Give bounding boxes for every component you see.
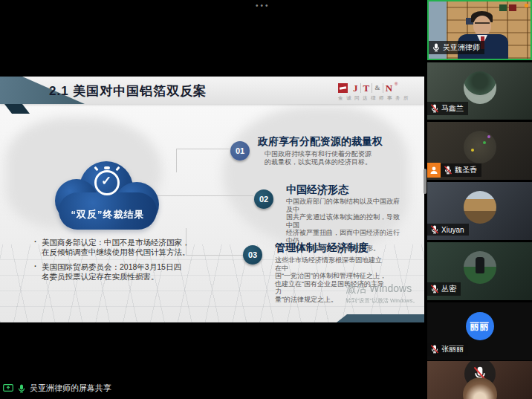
avatar [464,251,496,284]
screen-share-icon [3,384,13,393]
video-tile[interactable] [427,361,532,399]
avatar-text: 丽丽 [470,320,490,333]
hand-raised-badge [427,163,441,178]
connector-line [186,255,243,256]
connector-line [158,195,253,196]
mic-muted-icon [430,225,439,234]
ruling-result-cloud: “双反”终裁结果 [55,161,160,231]
slide-title-band: 2.1 美国对中国铝箔双反案 J T & N ® 金诚同达律师事务所 [0,77,424,104]
connector-line [176,149,177,172]
point-number-badge: 01 [230,141,250,160]
mic-muted-icon [430,345,439,354]
ruling-bullets: 美国商务部认定：中国不是市场经济国家， 在反倾销调查中继续使用替代国计算方法。 … [33,238,193,287]
video-tile[interactable]: 丛密 [427,242,532,300]
point-heading: 政府享有分配资源的裁量权 [258,135,383,149]
participants-panel: 吴亚洲律师 马鑫兰 魏圣香 Xiuyan [427,0,532,399]
point-body: 中国政府持续享有和行使着分配资源 的裁量权，以实现具体的经济目标。 [265,150,376,166]
watermark-line2: 转到“设置”以激活 Windows。 [346,297,418,305]
avatar-initials: 丽丽 [466,312,494,340]
mic-on-icon [17,384,26,393]
video-tile[interactable]: 魏圣香 [427,122,532,180]
bullet-item: 美国商务部认定：中国不是市场经济国家， 在反倾销调查中继续使用替代国计算方法。 [33,238,193,257]
mic-muted-icon [430,285,439,293]
mic-on-icon [432,43,441,52]
participant-name: Xiuyan [441,226,464,234]
participant-name: 丛密 [441,284,456,294]
timer-check-icon [94,170,120,195]
participant-name: 张丽丽 [441,344,464,354]
participant-name-chip: 马鑫兰 [427,102,468,115]
avatar [464,71,496,104]
recording-indicator-dot [525,4,528,7]
participant-name: 魏圣香 [455,165,477,175]
point-heading: 中国经济形态 [286,184,348,197]
participant-name-chip: 张丽丽 [427,343,468,356]
logo-letter: T [360,83,372,93]
jtn-logo-icon [338,83,348,93]
mic-muted-icon [430,104,439,113]
participant-name-chip: 吴亚洲律师 [429,41,484,54]
share-status-bar: 吴亚洲律师的屏幕共享 [3,383,111,394]
cloud-label: “双反”终裁结果 [55,208,160,221]
connector-line [176,149,230,149]
video-tile[interactable]: 马鑫兰 [427,62,532,120]
logo-letter: N [383,83,395,93]
video-tile[interactable]: 丽丽 张丽丽 [427,302,532,360]
title-parallelogram-accent [4,104,30,114]
bullet-item: 美国国际贸易委员会：2018年3月15日四 名委员投票认定存在实质性损害。 [33,262,193,282]
more-controls-button[interactable]: ••• [256,1,270,10]
law-firm-name: 金诚同达律师事务所 [338,95,424,102]
mic-muted-icon [444,166,452,175]
registered-mark: ® [395,82,398,86]
speaker-glasses [475,22,490,27]
point-heading: 管理体制与经济制度 [275,241,369,255]
avatar [464,191,496,224]
book-decoration [509,4,516,11]
slide-title: 2.1 美国对中国铝箔双反案 [49,82,207,100]
participant-name-chip: 丛密 [427,282,461,296]
jtn-logo: J T & N ® 金诚同达律师事务所 [338,83,424,102]
participant-name: 吴亚洲律师 [443,42,480,53]
logo-letter: & [372,83,383,93]
participant-name-chip: Xiuyan [427,224,469,236]
participant-name-chip: 魏圣香 [441,163,481,177]
watermark-line1: 激活 Windows [346,282,418,296]
point-number-badge: 02 [254,189,273,209]
video-tile[interactable]: Xiuyan [427,182,532,240]
logo-letter: J [351,83,360,93]
corner-parallelogram [337,314,424,322]
book-decoration [499,4,507,11]
screen-share-view: 2.1 美国对中国铝箔双反案 J T & N ® 金诚同达律师事务所 “双反”终… [0,77,424,322]
participants-scrollbar[interactable] [424,169,426,194]
point-number-badge: 03 [243,245,262,265]
participant-name: 马鑫兰 [441,103,464,114]
video-tile-speaker[interactable]: 吴亚洲律师 [427,0,532,60]
person-icon [429,166,438,175]
avatar [464,131,496,163]
windows-activation-watermark: 激活 Windows 转到“设置”以激活 Windows。 [346,282,418,305]
share-status-text: 吴亚洲律师的屏幕共享 [30,383,111,394]
